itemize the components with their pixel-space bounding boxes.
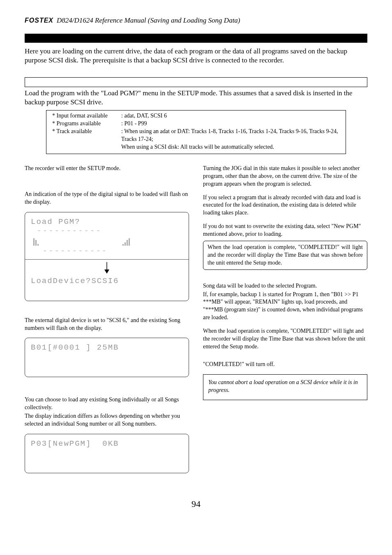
left-p5: The display indication differs as follow… (25, 412, 189, 428)
lcd-line: Load PGM? (31, 217, 183, 227)
section-heading-bar (25, 34, 367, 43)
svg-marker-1 (104, 269, 109, 274)
table-row: * Programs available : P01 - P99 (52, 120, 340, 128)
right-p1: Turning the JOG dial in this state makes… (203, 165, 367, 188)
arrow-down-icon (31, 262, 183, 275)
lcd-display-1: Load PGM? ----------- ----------- LoadDe… (25, 212, 189, 301)
spec-value: : When using an adat or DAT: Tracks 1-8,… (121, 128, 340, 151)
page-header: FOSTEX D824/D1624 Reference Manual (Savi… (25, 16, 367, 25)
lcd-line: P03[NewPGM] 0KB (31, 439, 183, 449)
table-row: * Input format available : adat, DAT, SC… (52, 112, 340, 120)
procedure-label-box (25, 77, 367, 87)
spec-value-line2: When using a SCSI disk: All tracks will … (121, 144, 274, 150)
manual-title: D824/D1624 Reference Manual (Saving and … (57, 16, 240, 24)
lcd-meter-bars (33, 237, 183, 246)
spec-table: * Input format available : adat, DAT, SC… (46, 110, 346, 154)
lcd-placeholder-line: ----------- (31, 226, 183, 236)
right-p3: If you do not want to overwrite the exis… (203, 223, 367, 238)
left-p4: You can choose to load any existing Song… (25, 396, 189, 412)
warning-note-box: You cannot abort a load operation on a S… (203, 374, 367, 401)
right-p5: When the load operation is complete, "CO… (203, 327, 367, 351)
left-p3: The external digital device is set to "S… (25, 317, 189, 332)
two-column-layout: The recorder will enter the SETUP mode. … (25, 165, 367, 482)
spec-label: * Input format available (52, 112, 121, 120)
right-p4b: If, for example, backup 1 is started for… (203, 291, 367, 322)
lcd-placeholder-line: ----------- (31, 246, 183, 256)
lcd-display-3: P03[NewPGM] 0KB (25, 434, 189, 473)
warning-note-text: You cannot abort a load operation on a S… (208, 379, 358, 393)
lcd-line: B01[#0001 ] 25MB (31, 343, 183, 352)
left-p1: The recorder will enter the SETUP mode. (25, 165, 189, 173)
info-box-completed: When the load operation is complete, "CO… (203, 241, 367, 270)
spec-value: : adat, DAT, SCSI 6 (121, 112, 340, 120)
right-p6: "COMPLETED!" will turn off. (203, 361, 367, 368)
spec-value-line1: : When using an adat or DAT: Tracks 1-8,… (121, 128, 338, 142)
spec-value: : P01 - P99 (121, 120, 340, 128)
right-p4a: Song data will be loaded to the selected… (203, 282, 367, 290)
lcd-display-2: B01[#0001 ] 25MB (25, 338, 189, 377)
right-column: Turning the JOG dial in this state makes… (203, 165, 367, 482)
intro-paragraph: Here you are loading on the current driv… (25, 47, 367, 65)
left-p2: An indication of the type of the digital… (25, 191, 189, 206)
page-number: 94 (25, 499, 367, 509)
brand-logo: FOSTEX (25, 17, 53, 24)
lcd-line: LoadDevice?SCSI6 (31, 276, 183, 286)
spec-label: * Track available (52, 128, 121, 151)
procedure-intro: Load the program with the "Load PGM?" me… (25, 89, 367, 107)
spec-label: * Programs available (52, 120, 121, 128)
left-column: The recorder will enter the SETUP mode. … (25, 165, 189, 482)
table-row: * Track available : When using an adat o… (52, 128, 340, 151)
right-p2: If you select a program that is already … (203, 194, 367, 217)
